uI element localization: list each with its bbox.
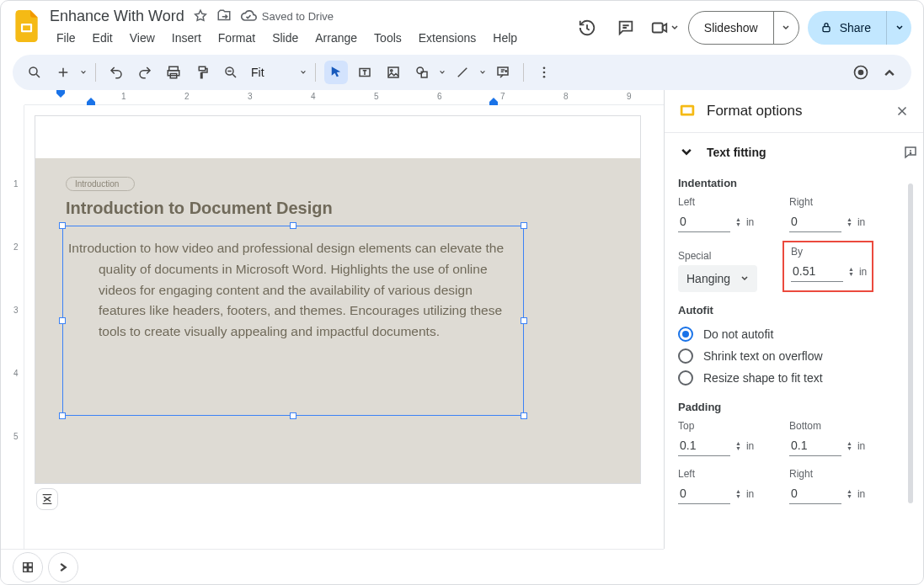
indent-marker-left[interactable]	[87, 97, 95, 105]
padding-right-input[interactable]	[789, 483, 841, 504]
chevron-down-icon[interactable]	[300, 69, 307, 76]
slide-title[interactable]: Introduction to Document Design	[66, 199, 333, 218]
slide-body-text[interactable]: Introduction to how video and profession…	[68, 238, 510, 343]
radio-icon	[678, 370, 693, 386]
menu-insert[interactable]: Insert	[165, 29, 208, 46]
star-icon[interactable]	[193, 8, 208, 24]
slide-chip[interactable]: Introduction	[66, 177, 135, 191]
menu-slide[interactable]: Slide	[265, 29, 305, 46]
share-button[interactable]: Share	[808, 21, 886, 35]
autofit-option-resize[interactable]: Resize shape to fit text	[678, 367, 920, 389]
resize-handle[interactable]	[521, 317, 527, 324]
search-menus-icon[interactable]	[23, 61, 46, 84]
slideshow-button[interactable]: Slideshow	[689, 12, 773, 44]
slides-logo[interactable]	[13, 8, 43, 45]
comment-tool-icon[interactable]	[491, 61, 515, 84]
padding-left-input[interactable]	[678, 483, 730, 504]
record-icon[interactable]	[849, 61, 873, 84]
menu-file[interactable]: File	[50, 29, 83, 46]
indent-marker-first[interactable]	[56, 90, 65, 98]
svg-rect-10	[388, 67, 398, 77]
chevron-down-icon	[740, 274, 749, 283]
collapse-icon[interactable]	[878, 61, 901, 84]
undo-icon[interactable]	[104, 61, 128, 84]
stepper[interactable]: ▲▼	[847, 217, 852, 227]
indentation-heading: Indentation	[678, 177, 920, 189]
padding-top-label: Top	[678, 420, 769, 432]
textbox-tool-icon[interactable]	[353, 61, 377, 84]
paint-format-icon[interactable]	[190, 61, 214, 84]
indent-special-label: Special	[678, 250, 769, 262]
ruler-vertical: 1 2 3 4 5	[11, 105, 24, 549]
indent-right-input[interactable]	[789, 211, 841, 232]
comments-icon[interactable]	[611, 13, 641, 43]
resize-handle[interactable]	[59, 317, 66, 324]
chevron-down-icon[interactable]	[80, 69, 87, 76]
indent-left-label: Left	[678, 196, 769, 208]
feedback-icon[interactable]	[903, 145, 918, 160]
stepper[interactable]: ▲▼	[735, 489, 741, 499]
svg-point-22	[910, 153, 911, 154]
ruler-horizontal: 1 2 3 4 5 6 7 8 9	[24, 90, 664, 105]
slideshow-dropdown[interactable]	[773, 12, 798, 44]
menu-format[interactable]: Format	[211, 29, 262, 46]
stepper[interactable]: ▲▼	[847, 441, 852, 451]
doc-name[interactable]: Enhance With Word	[50, 8, 184, 25]
grid-view-button[interactable]	[13, 552, 43, 582]
menu-view[interactable]: View	[123, 29, 162, 46]
menu-edit[interactable]: Edit	[86, 29, 120, 46]
menu-extensions[interactable]: Extensions	[412, 29, 483, 46]
stepper[interactable]: ▲▼	[735, 441, 741, 451]
line-tool-icon[interactable]	[451, 61, 474, 84]
image-tool-icon[interactable]	[382, 61, 405, 84]
resize-handle[interactable]	[59, 222, 66, 229]
menu-arrange[interactable]: Arrange	[308, 29, 364, 46]
section-text-fitting[interactable]: Text fitting	[678, 140, 920, 170]
select-tool-icon[interactable]	[324, 61, 348, 84]
autofit-option-none[interactable]: Do not autofit	[678, 323, 920, 345]
resize-handle[interactable]	[59, 412, 66, 419]
resize-handle[interactable]	[290, 412, 296, 419]
print-icon[interactable]	[162, 61, 185, 84]
new-slide-icon[interactable]	[51, 61, 75, 84]
redo-icon[interactable]	[133, 61, 157, 84]
resize-handle[interactable]	[521, 412, 527, 419]
resize-handle[interactable]	[521, 222, 527, 229]
svg-rect-1	[23, 25, 30, 30]
shape-tool-icon[interactable]	[410, 61, 434, 84]
share-dropdown[interactable]	[886, 11, 911, 45]
close-icon[interactable]	[895, 104, 910, 119]
speaker-notes-toggle-icon[interactable]	[36, 488, 58, 510]
more-icon[interactable]	[532, 61, 556, 84]
stepper[interactable]: ▲▼	[848, 267, 854, 277]
toolbar	[13, 55, 911, 90]
indent-by-input[interactable]	[791, 261, 843, 282]
slide-canvas[interactable]: Introduction Introduction to Document De…	[35, 115, 641, 484]
scrollbar-thumb[interactable]	[908, 183, 913, 503]
stepper[interactable]: ▲▼	[735, 217, 741, 227]
indent-by-label: By	[791, 246, 865, 258]
zoom-input[interactable]	[248, 66, 295, 79]
indent-special-dropdown[interactable]: Hanging	[678, 265, 757, 292]
menu-tools[interactable]: Tools	[367, 29, 409, 46]
move-icon[interactable]	[216, 8, 232, 24]
padding-left-label: Left	[678, 468, 769, 480]
padding-bottom-input[interactable]	[789, 435, 841, 456]
chevron-down-icon[interactable]	[479, 69, 486, 76]
meet-icon[interactable]	[649, 13, 680, 43]
padding-heading: Padding	[678, 401, 920, 413]
highlighted-by-field: By ▲▼in	[782, 241, 873, 292]
cloud-status[interactable]: Saved to Drive	[240, 8, 334, 24]
chevron-down-icon[interactable]	[439, 69, 446, 76]
selected-textbox[interactable]: Introduction to how video and profession…	[62, 226, 524, 416]
zoom-out-icon[interactable]	[219, 61, 243, 84]
history-icon[interactable]	[572, 13, 602, 43]
autofit-option-shrink[interactable]: Shrink text on overflow	[678, 345, 920, 367]
indent-left-input[interactable]	[678, 211, 730, 232]
menu-help[interactable]: Help	[486, 29, 524, 46]
next-button[interactable]	[48, 552, 78, 582]
stepper[interactable]: ▲▼	[847, 489, 852, 499]
resize-handle[interactable]	[290, 222, 296, 229]
indent-marker-right[interactable]	[489, 97, 498, 105]
padding-top-input[interactable]	[678, 435, 730, 456]
